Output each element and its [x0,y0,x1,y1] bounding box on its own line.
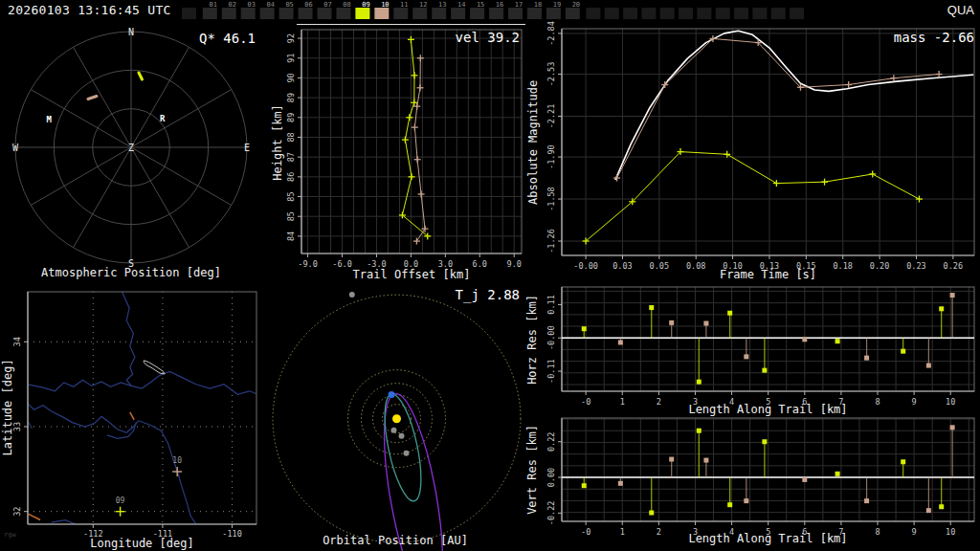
svg-text:18: 18 [534,1,542,9]
atmospheric-title: Atmospheric Position [deg] [0,267,262,280]
svg-text:14: 14 [457,1,465,9]
residual-point [901,349,905,354]
svg-text:11: 11 [400,1,408,9]
svg-text:13: 13 [438,1,446,9]
panel-trail-offset: -9.0-6.0-3.00.03.06.09.09291908989888786… [286,30,522,269]
svg-text:0.11: 0.11 [546,295,556,314]
planet-venus [399,433,405,439]
frame-cell-blank[interactable] [679,8,693,19]
svg-text:10: 10 [172,456,182,465]
frame-cell-blank[interactable] [641,8,656,19]
frame-cell-18[interactable] [527,8,542,19]
frame-cell-blank[interactable] [790,8,804,19]
svg-text:-0.22: -0.22 [546,501,556,526]
panel-atmospheric-position: NSWEZMR [12,27,250,269]
residual-point [950,425,955,430]
svg-text:17: 17 [515,1,523,9]
frame-cell-02[interactable] [222,8,236,19]
panel-ground-map: -112-111-1103433320910 [12,289,258,539]
svg-text:-2.84: -2.84 [546,21,556,46]
flare-mark [29,514,40,519]
frame-cell-blank[interactable] [734,8,748,19]
frame-cell-blank[interactable] [660,8,675,19]
frame-cell-15[interactable] [470,8,484,19]
longitude-xlabel: Longitude [deg] [0,538,284,551]
length-along-trail-xlabel-bottom: Length Along Trail [km] [566,533,970,546]
residual-point [669,320,674,325]
frame-cell-05[interactable] [279,8,294,19]
frame-cell-20[interactable] [566,8,580,19]
svg-text:90: 90 [286,73,296,82]
tick-labels: -0.000.030.050.080.100.130.150.180.200.2… [546,21,963,271]
frame-cell-blank[interactable] [605,8,619,19]
panel-horz-res: -0123456789100.11-0.00-0.11 [546,287,974,407]
residual-point [744,498,748,503]
svg-text:06: 06 [304,1,312,9]
trail-offset-xlabel: Trail Offset [km] [282,269,541,282]
frame-cell-blank[interactable] [182,8,196,19]
series-station-09 [582,429,944,516]
planet-mercury [391,428,397,433]
gridlines [301,30,522,253]
residual-point [926,508,931,513]
residual-point [901,459,905,464]
frame-cell-blank[interactable] [752,8,767,19]
residual-point [864,356,869,361]
residual-point [703,321,708,326]
station-marker-10: 10 [172,456,182,476]
frame-cell-09[interactable] [355,8,369,19]
frame-cell-blank[interactable] [623,8,637,19]
svg-text:-2.53: -2.53 [546,62,556,87]
residual-point [950,293,955,298]
frame-cell-08[interactable] [336,8,350,19]
svg-text:R: R [160,114,166,123]
svg-text:-1.26: -1.26 [546,229,556,253]
frame-cell-16[interactable] [489,8,503,19]
svg-text:32: 32 [12,507,22,517]
velocity-annotation: vel 39.2 [424,30,520,45]
residual-point [802,337,807,342]
svg-text:-6.0: -6.0 [332,259,351,269]
length-along-trail-xlabel-top: Length Along Trail [km] [566,404,970,417]
planet-mars [404,451,410,456]
residual-point [727,502,732,507]
panel-magnitude: -0.000.030.050.080.100.130.150.180.200.2… [546,21,974,271]
svg-text:91: 91 [286,54,296,63]
planet-jupiter [349,292,355,298]
tisserand-annotation: T_j 2.88 [424,287,520,302]
frame-cell-12[interactable] [412,8,427,19]
svg-text:9.0: 9.0 [507,259,522,269]
frame-cell-10[interactable] [374,8,389,19]
frame-cell-01[interactable] [203,8,217,19]
frame-cell-blank[interactable] [697,8,711,19]
map-rivers [27,289,257,524]
svg-text:-1.90: -1.90 [546,144,556,169]
latitude-ylabel: Latitude [deg] [2,326,15,489]
frame-cell-blank[interactable] [716,8,730,19]
panel-vert-res: -0123456789100.220.00-0.22 [546,418,974,537]
frame-cell-19[interactable] [546,8,561,19]
svg-text:W: W [12,143,19,153]
frame-cell-07[interactable] [318,8,332,19]
frame-cell-17[interactable] [508,8,523,19]
gridlines [562,29,974,255]
svg-text:0.00: 0.00 [546,468,556,487]
frame-cell-04[interactable] [260,8,275,19]
frame-cell-03[interactable] [241,8,256,19]
frame-cell-06[interactable] [299,8,313,19]
residual-point [618,340,623,344]
frame-cell-14[interactable] [451,8,465,19]
plot-frame [562,29,974,255]
gridlines [562,418,974,521]
residual-point [582,483,587,488]
residual-point [802,477,807,482]
frame-cell-11[interactable] [393,8,408,19]
svg-text:0.22: 0.22 [546,432,556,452]
orbital-title: Orbital Position [AU] [268,535,523,548]
frame-cell-13[interactable] [432,8,446,19]
frame-cell-blank[interactable] [586,8,600,19]
svg-text:04: 04 [266,1,274,9]
svg-text:16: 16 [496,1,503,9]
frame-cell-blank[interactable] [771,8,786,19]
abs-magnitude-ylabel: Absolute Magnitude [527,28,541,257]
